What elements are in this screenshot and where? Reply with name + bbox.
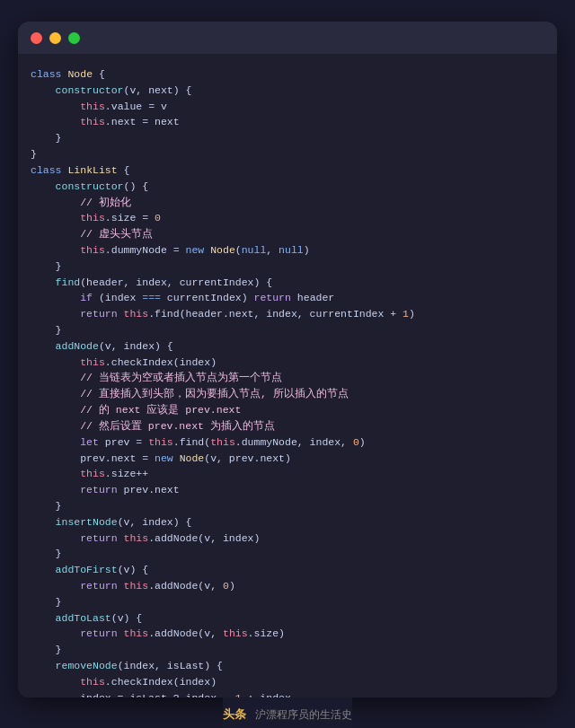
footer-author: 沪漂程序员的生活史 <box>255 707 352 723</box>
footer-platform: 头条 <box>223 706 246 723</box>
code-window: class Node { constructor(v, next) { this… <box>18 22 557 697</box>
footer: 头条 沪漂程序员的生活史 <box>223 697 352 728</box>
code-content: class Node { constructor(v, next) { this… <box>18 54 557 697</box>
close-dot[interactable] <box>31 32 42 44</box>
titlebar <box>18 22 557 54</box>
maximize-dot[interactable] <box>68 32 80 44</box>
minimize-dot[interactable] <box>49 32 61 44</box>
